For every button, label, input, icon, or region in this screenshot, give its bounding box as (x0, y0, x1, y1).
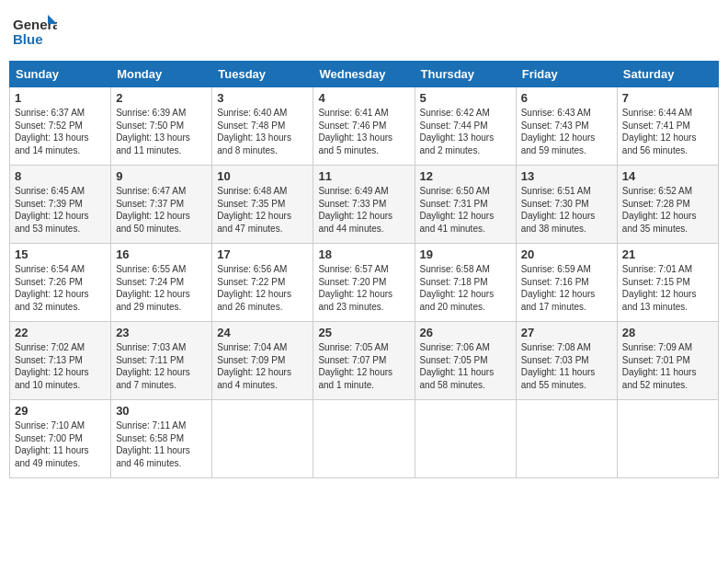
day-info: Sunrise: 7:09 AMSunset: 7:01 PMDaylight:… (622, 341, 713, 391)
calendar-cell: 30Sunrise: 7:11 AMSunset: 6:58 PMDayligh… (111, 400, 212, 478)
day-number: 22 (15, 326, 106, 339)
page-header: General Blue (9, 9, 719, 53)
col-header-friday: Friday (516, 62, 617, 87)
col-header-saturday: Saturday (617, 62, 718, 87)
day-info: Sunrise: 6:58 AMSunset: 7:18 PMDaylight:… (420, 263, 511, 313)
day-info: Sunrise: 7:11 AMSunset: 6:58 PMDaylight:… (116, 419, 207, 469)
day-info: Sunrise: 6:52 AMSunset: 7:28 PMDaylight:… (622, 185, 713, 235)
col-header-monday: Monday (111, 62, 212, 87)
day-info: Sunrise: 7:01 AMSunset: 7:15 PMDaylight:… (622, 263, 713, 313)
day-number: 12 (420, 169, 511, 183)
day-number: 10 (217, 169, 308, 183)
calendar-cell: 16Sunrise: 6:55 AMSunset: 7:24 PMDayligh… (111, 244, 212, 322)
calendar-cell (313, 400, 415, 478)
calendar-cell (516, 400, 617, 478)
calendar-cell: 23Sunrise: 7:03 AMSunset: 7:11 PMDayligh… (111, 322, 212, 400)
day-number: 27 (521, 326, 612, 339)
day-number: 1 (15, 91, 106, 105)
day-number: 4 (318, 91, 409, 105)
calendar-cell: 14Sunrise: 6:52 AMSunset: 7:28 PMDayligh… (617, 166, 718, 244)
day-info: Sunrise: 6:48 AMSunset: 7:35 PMDaylight:… (217, 185, 308, 235)
day-number: 25 (318, 326, 409, 339)
calendar-cell: 3Sunrise: 6:40 AMSunset: 7:48 PMDaylight… (212, 87, 313, 166)
day-info: Sunrise: 6:50 AMSunset: 7:31 PMDaylight:… (420, 185, 511, 235)
calendar-cell: 26Sunrise: 7:06 AMSunset: 7:05 PMDayligh… (415, 322, 516, 400)
day-info: Sunrise: 7:06 AMSunset: 7:05 PMDaylight:… (420, 341, 511, 391)
calendar-cell: 25Sunrise: 7:05 AMSunset: 7:07 PMDayligh… (313, 322, 415, 400)
calendar-cell: 7Sunrise: 6:44 AMSunset: 7:41 PMDaylight… (617, 87, 718, 166)
day-number: 15 (15, 247, 106, 261)
calendar-cell: 18Sunrise: 6:57 AMSunset: 7:20 PMDayligh… (313, 244, 415, 322)
day-info: Sunrise: 6:51 AMSunset: 7:30 PMDaylight:… (521, 185, 612, 235)
day-number: 5 (420, 91, 511, 105)
calendar-cell: 8Sunrise: 6:45 AMSunset: 7:39 PMDaylight… (10, 166, 111, 244)
week-row-2: 8Sunrise: 6:45 AMSunset: 7:39 PMDaylight… (10, 166, 719, 244)
day-number: 29 (15, 404, 106, 418)
day-info: Sunrise: 6:55 AMSunset: 7:24 PMDaylight:… (116, 263, 207, 313)
day-info: Sunrise: 6:56 AMSunset: 7:22 PMDaylight:… (217, 263, 308, 313)
calendar-cell: 11Sunrise: 6:49 AMSunset: 7:33 PMDayligh… (313, 166, 415, 244)
day-number: 9 (116, 169, 207, 183)
calendar-cell: 20Sunrise: 6:59 AMSunset: 7:16 PMDayligh… (516, 244, 617, 322)
calendar-cell: 27Sunrise: 7:08 AMSunset: 7:03 PMDayligh… (516, 322, 617, 400)
calendar-cell: 2Sunrise: 6:39 AMSunset: 7:50 PMDaylight… (111, 87, 212, 166)
calendar-cell: 1Sunrise: 6:37 AMSunset: 7:52 PMDaylight… (10, 87, 111, 166)
day-number: 23 (116, 326, 207, 339)
calendar-cell (617, 400, 718, 478)
col-header-sunday: Sunday (10, 62, 111, 87)
day-number: 20 (521, 247, 612, 261)
week-row-4: 22Sunrise: 7:02 AMSunset: 7:13 PMDayligh… (10, 322, 719, 400)
calendar-cell: 22Sunrise: 7:02 AMSunset: 7:13 PMDayligh… (10, 322, 111, 400)
day-info: Sunrise: 6:42 AMSunset: 7:44 PMDaylight:… (420, 107, 511, 156)
day-number: 8 (15, 169, 106, 183)
day-number: 21 (622, 247, 713, 261)
day-number: 24 (217, 326, 308, 339)
calendar-cell: 17Sunrise: 6:56 AMSunset: 7:22 PMDayligh… (212, 244, 313, 322)
day-number: 30 (116, 404, 207, 418)
logo: General Blue (13, 13, 57, 53)
day-info: Sunrise: 6:49 AMSunset: 7:33 PMDaylight:… (318, 185, 409, 235)
day-number: 14 (622, 169, 713, 183)
calendar-cell (212, 400, 313, 478)
day-info: Sunrise: 7:04 AMSunset: 7:09 PMDaylight:… (217, 341, 308, 391)
day-number: 16 (116, 247, 207, 261)
week-row-3: 15Sunrise: 6:54 AMSunset: 7:26 PMDayligh… (10, 244, 719, 322)
day-number: 17 (217, 247, 308, 261)
header-row: SundayMondayTuesdayWednesdayThursdayFrid… (10, 62, 719, 87)
day-number: 26 (420, 326, 511, 339)
calendar-cell: 10Sunrise: 6:48 AMSunset: 7:35 PMDayligh… (212, 166, 313, 244)
week-row-1: 1Sunrise: 6:37 AMSunset: 7:52 PMDaylight… (10, 87, 719, 166)
calendar-cell: 12Sunrise: 6:50 AMSunset: 7:31 PMDayligh… (415, 166, 516, 244)
calendar-cell: 9Sunrise: 6:47 AMSunset: 7:37 PMDaylight… (111, 166, 212, 244)
day-info: Sunrise: 6:37 AMSunset: 7:52 PMDaylight:… (15, 107, 106, 156)
day-info: Sunrise: 6:54 AMSunset: 7:26 PMDaylight:… (15, 263, 106, 313)
col-header-wednesday: Wednesday (313, 62, 415, 87)
calendar-cell: 5Sunrise: 6:42 AMSunset: 7:44 PMDaylight… (415, 87, 516, 166)
week-row-5: 29Sunrise: 7:10 AMSunset: 7:00 PMDayligh… (10, 400, 719, 478)
day-info: Sunrise: 6:45 AMSunset: 7:39 PMDaylight:… (15, 185, 106, 235)
day-number: 13 (521, 169, 612, 183)
day-info: Sunrise: 6:39 AMSunset: 7:50 PMDaylight:… (116, 107, 207, 156)
day-number: 7 (622, 91, 713, 105)
calendar-cell: 24Sunrise: 7:04 AMSunset: 7:09 PMDayligh… (212, 322, 313, 400)
day-info: Sunrise: 7:10 AMSunset: 7:00 PMDaylight:… (15, 419, 106, 469)
day-info: Sunrise: 6:41 AMSunset: 7:46 PMDaylight:… (318, 107, 409, 156)
day-info: Sunrise: 7:02 AMSunset: 7:13 PMDaylight:… (15, 341, 106, 391)
day-info: Sunrise: 7:08 AMSunset: 7:03 PMDaylight:… (521, 341, 612, 391)
calendar-cell: 29Sunrise: 7:10 AMSunset: 7:00 PMDayligh… (10, 400, 111, 478)
day-info: Sunrise: 6:57 AMSunset: 7:20 PMDaylight:… (318, 263, 409, 313)
day-info: Sunrise: 6:47 AMSunset: 7:37 PMDaylight:… (116, 185, 207, 235)
day-number: 18 (318, 247, 409, 261)
day-number: 28 (622, 326, 713, 339)
day-number: 19 (420, 247, 511, 261)
calendar-cell: 28Sunrise: 7:09 AMSunset: 7:01 PMDayligh… (617, 322, 718, 400)
calendar-cell: 6Sunrise: 6:43 AMSunset: 7:43 PMDaylight… (516, 87, 617, 166)
day-number: 11 (318, 169, 409, 183)
day-info: Sunrise: 6:44 AMSunset: 7:41 PMDaylight:… (622, 107, 713, 156)
calendar-cell: 13Sunrise: 6:51 AMSunset: 7:30 PMDayligh… (516, 166, 617, 244)
day-number: 3 (217, 91, 308, 105)
day-info: Sunrise: 7:05 AMSunset: 7:07 PMDaylight:… (318, 341, 409, 391)
day-info: Sunrise: 6:43 AMSunset: 7:43 PMDaylight:… (521, 107, 612, 156)
calendar-table: SundayMondayTuesdayWednesdayThursdayFrid… (9, 61, 719, 478)
svg-text:Blue: Blue (13, 31, 43, 47)
